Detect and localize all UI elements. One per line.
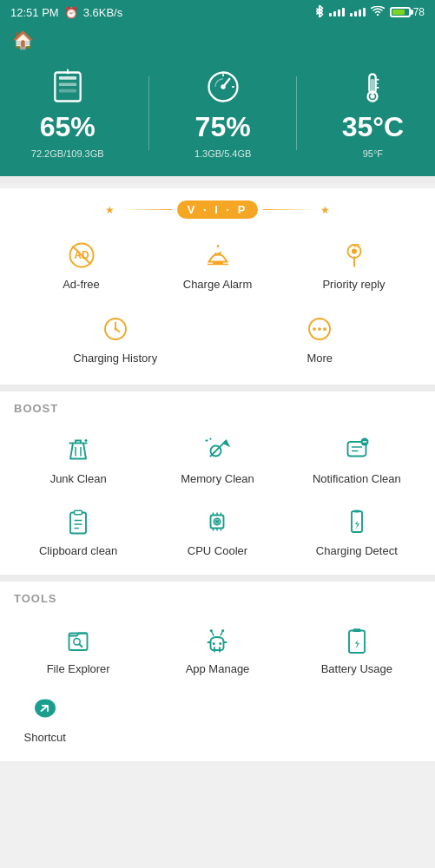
svg-rect-53 xyxy=(70,513,86,534)
svg-point-33 xyxy=(114,328,116,331)
junk-clean-icon xyxy=(63,434,94,465)
tool-charging-detect[interactable]: Charging Detect xyxy=(287,496,426,564)
svg-point-29 xyxy=(352,249,357,254)
tool-notification-clean[interactable]: Notification Clean xyxy=(287,424,426,492)
vip-banner: ★ V · I · P ★ xyxy=(9,201,426,219)
svg-rect-8 xyxy=(59,89,76,93)
app-manage-icon xyxy=(201,624,233,655)
time-display: 12:51 PM xyxy=(10,6,59,19)
svg-line-74 xyxy=(80,644,82,647)
storage-stat[interactable]: 65% 72.2GB/109.3GB xyxy=(31,68,104,159)
home-icon[interactable]: 🏠 xyxy=(12,30,34,49)
boost-title: BOOST xyxy=(9,402,426,415)
battery-percent: 78 xyxy=(413,6,425,18)
feature-more-label: More xyxy=(306,352,333,365)
status-right: 78 xyxy=(315,5,425,20)
temp-stat[interactable]: 35°C 95°F xyxy=(342,68,405,159)
svg-rect-15 xyxy=(371,79,375,92)
bluetooth-icon xyxy=(315,5,324,20)
battery-display: 78 xyxy=(390,6,425,18)
feature-more[interactable]: More xyxy=(218,306,423,372)
status-left: 12:51 PM ⏰ 3.6KB/s xyxy=(10,6,122,19)
vip-badge[interactable]: V · I · P xyxy=(177,201,259,219)
tool-cpu-cooler-label: CPU Cooler xyxy=(188,544,247,557)
vip-line-right xyxy=(263,209,315,210)
tool-clipboard-clean[interactable]: Clipboard clean xyxy=(9,496,148,564)
feature-charge-alarm-label: Charge Alarm xyxy=(183,278,252,291)
svg-point-75 xyxy=(213,642,215,645)
tool-app-manage-label: App Manage xyxy=(186,662,250,675)
ad-free-icon: AD xyxy=(66,240,97,271)
svg-point-37 xyxy=(323,327,326,331)
svg-point-84 xyxy=(222,629,225,632)
feature-priority-reply[interactable]: Priority reply xyxy=(286,233,422,298)
tool-file-explorer[interactable]: File Explorer xyxy=(9,614,148,682)
feature-charge-alarm[interactable]: Charge Alarm xyxy=(149,233,286,298)
tools-grid-row2: Shortcut xyxy=(9,682,154,751)
tool-memory-clean-label: Memory Clean xyxy=(181,472,254,485)
tool-app-manage[interactable]: App Manage xyxy=(148,614,287,682)
cpu-cooler-icon xyxy=(201,506,233,537)
charging-history-icon xyxy=(100,313,131,345)
feature-ad-free-label: Ad-free xyxy=(63,278,100,291)
stat-divider-1 xyxy=(148,76,149,150)
battery-usage-icon xyxy=(341,624,372,655)
tool-junk-clean-label: Junk Clean xyxy=(50,472,107,485)
speed-sub: 1.3GB/5.4GB xyxy=(194,148,251,159)
feature-charging-history[interactable]: Charging History xyxy=(13,306,218,372)
clipboard-clean-icon xyxy=(63,506,94,537)
signal-icon-2 xyxy=(350,6,366,19)
tool-cpu-cooler[interactable]: CPU Cooler xyxy=(148,496,287,564)
priority-reply-icon xyxy=(339,240,370,271)
svg-point-35 xyxy=(313,327,316,331)
more-icon xyxy=(304,313,335,345)
storage-icon xyxy=(49,68,87,106)
alarm-icon: ⏰ xyxy=(64,6,78,19)
signal-icon-1 xyxy=(329,6,345,19)
feature-priority-reply-label: Priority reply xyxy=(322,278,385,291)
svg-rect-6 xyxy=(59,76,76,80)
tool-junk-clean[interactable]: Junk Clean xyxy=(9,424,148,492)
speed-value: 75% xyxy=(195,111,251,143)
status-bar: 12:51 PM ⏰ 3.6KB/s xyxy=(0,0,435,24)
stat-divider-2 xyxy=(296,76,297,150)
tool-battery-usage-label: Battery Usage xyxy=(321,662,392,675)
charge-alarm-icon xyxy=(202,240,234,271)
speed-icon xyxy=(204,68,242,106)
svg-rect-54 xyxy=(75,510,82,515)
feature-charging-history-label: Charging History xyxy=(73,352,157,365)
tools-title: TOOLS xyxy=(9,592,426,605)
tools-section: TOOLS File Explorer xyxy=(0,582,435,761)
notification-clean-icon xyxy=(341,434,372,465)
temp-icon xyxy=(353,68,392,106)
svg-rect-7 xyxy=(59,82,76,86)
vip-section: ★ V · I · P ★ AD Ad-free Charge Alarm xyxy=(0,188,435,385)
temp-sub: 95°F xyxy=(363,148,383,159)
vip-star-left: ★ xyxy=(105,204,115,216)
charging-detect-icon xyxy=(341,506,372,537)
vip-features-row1: AD Ad-free Charge Alarm Pri xyxy=(9,233,426,298)
storage-sub: 72.2GB/109.3GB xyxy=(31,148,104,159)
feature-ad-free[interactable]: AD Ad-free xyxy=(13,233,149,298)
file-explorer-icon xyxy=(63,624,94,655)
svg-rect-71 xyxy=(354,510,359,513)
tool-battery-usage[interactable]: Battery Usage xyxy=(287,614,426,682)
wifi-icon xyxy=(371,5,385,19)
tool-clipboard-clean-label: Clipboard clean xyxy=(39,544,117,557)
vip-star-right: ★ xyxy=(320,204,330,216)
boost-grid: Junk Clean Memory Clean xyxy=(9,424,426,564)
tool-shortcut-label: Shortcut xyxy=(24,731,66,744)
tools-grid: File Explorer App Manage xyxy=(9,614,426,682)
speed-stat[interactable]: 75% 1.3GB/5.4GB xyxy=(194,68,251,159)
temp-value: 35°C xyxy=(342,111,405,143)
storage-value: 65% xyxy=(40,111,96,143)
svg-rect-86 xyxy=(353,628,360,632)
section-divider-3 xyxy=(0,575,435,582)
shortcut-icon xyxy=(30,693,61,724)
tool-file-explorer-label: File Explorer xyxy=(47,662,110,675)
tool-shortcut[interactable]: Shortcut xyxy=(9,682,82,751)
stats-section: 65% 72.2GB/109.3GB 75% 1.3GB/5.4GB 35°C … xyxy=(0,59,435,176)
memory-clean-icon xyxy=(201,434,233,465)
tool-memory-clean[interactable]: Memory Clean xyxy=(148,424,287,492)
svg-point-76 xyxy=(220,642,222,645)
